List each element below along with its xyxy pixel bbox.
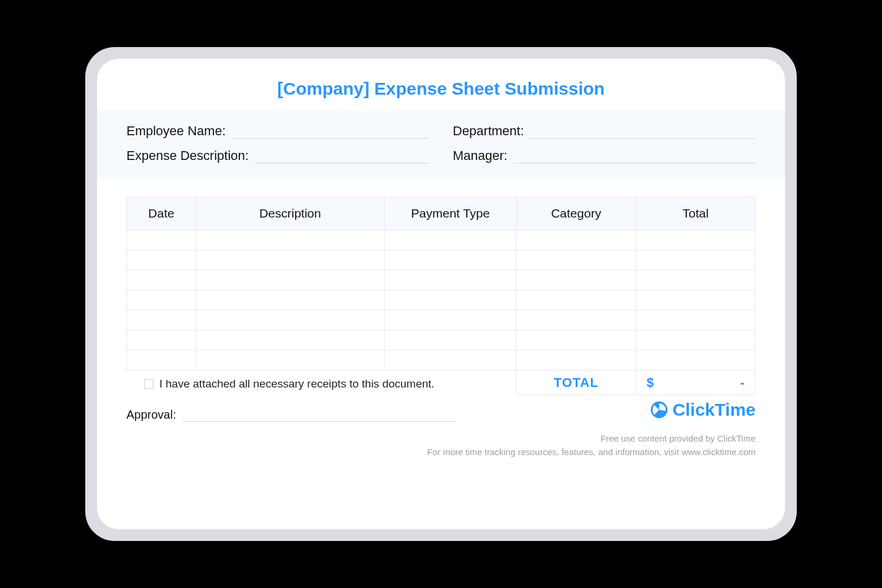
footer-line-2: For more time tracking resources, featur… — [126, 446, 756, 459]
cell[interactable] — [196, 330, 385, 350]
employee-name-field: Employee Name: — [126, 123, 429, 139]
cell[interactable] — [127, 250, 196, 270]
approval-field: Approval: — [126, 408, 456, 422]
cell[interactable] — [636, 270, 755, 290]
manager-input-line[interactable] — [513, 151, 756, 163]
manager-label: Manager: — [453, 148, 507, 163]
col-header-total: Total — [636, 197, 755, 230]
cell[interactable] — [516, 310, 636, 330]
cell[interactable] — [385, 230, 516, 250]
cell[interactable] — [196, 270, 385, 290]
cell[interactable] — [636, 290, 755, 310]
table-row — [127, 330, 756, 350]
cell[interactable] — [385, 270, 516, 290]
cell[interactable] — [196, 350, 385, 370]
cell[interactable] — [516, 350, 636, 370]
table-row — [127, 310, 756, 330]
cell[interactable] — [636, 250, 755, 270]
document-screen: [Company] Expense Sheet Submission Emplo… — [97, 59, 785, 529]
cell[interactable] — [636, 230, 755, 250]
employee-name-label: Employee Name: — [126, 123, 226, 139]
expense-description-input-line[interactable] — [255, 151, 429, 163]
receipt-checkbox[interactable] — [144, 379, 153, 389]
cell[interactable] — [196, 250, 385, 270]
cell[interactable] — [516, 290, 636, 310]
below-table: I have attached all necessary receipts t… — [97, 395, 785, 422]
col-header-date: Date — [127, 197, 196, 230]
cell[interactable] — [636, 350, 755, 370]
device-frame: [Company] Expense Sheet Submission Emplo… — [85, 47, 797, 541]
title-area: [Company] Expense Sheet Submission — [97, 59, 785, 111]
cell[interactable] — [385, 330, 516, 350]
table-row — [127, 230, 756, 250]
page-title: [Company] Expense Sheet Submission — [97, 79, 785, 99]
cell[interactable] — [127, 310, 196, 330]
clock-icon — [649, 400, 669, 420]
brand-name: ClickTime — [673, 400, 756, 420]
cell[interactable] — [516, 330, 636, 350]
approval-label: Approval: — [126, 408, 176, 422]
col-header-description: Description — [196, 197, 385, 230]
cell[interactable] — [127, 230, 196, 250]
info-band: Employee Name: Department: Expense Descr… — [97, 111, 785, 179]
cell[interactable] — [127, 350, 196, 370]
col-header-payment: Payment Type — [385, 197, 516, 230]
department-field: Department: — [453, 123, 756, 139]
expense-description-field: Expense Description: — [126, 148, 429, 163]
expense-table: Date Description Payment Type Category T… — [126, 196, 756, 395]
cell[interactable] — [636, 330, 755, 350]
department-label: Department: — [453, 123, 524, 139]
left-below: I have attached all necessary receipts t… — [126, 403, 649, 422]
table-row — [127, 290, 756, 310]
col-header-category: Category — [516, 197, 636, 230]
cell[interactable] — [196, 310, 385, 330]
receipt-text: I have attached all necessary receipts t… — [159, 377, 435, 390]
cell[interactable] — [385, 310, 516, 330]
employee-name-input-line[interactable] — [232, 126, 429, 139]
table-header-row: Date Description Payment Type Category T… — [127, 197, 756, 230]
table-row — [127, 270, 756, 290]
cell[interactable] — [516, 270, 636, 290]
total-value-cell: $ - — [636, 370, 755, 395]
manager-field: Manager: — [453, 148, 756, 163]
table-row — [127, 350, 756, 370]
cell[interactable] — [385, 250, 516, 270]
receipt-row: I have attached all necessary receipts t… — [144, 377, 649, 390]
cell[interactable] — [385, 350, 516, 370]
footer-line-1: Free use content provided by ClickTime — [126, 432, 756, 446]
cell[interactable] — [127, 330, 196, 350]
cell[interactable] — [385, 290, 516, 310]
department-input-line[interactable] — [530, 126, 756, 139]
approval-input-line[interactable] — [182, 410, 456, 422]
expense-description-label: Expense Description: — [126, 148, 249, 163]
brand-logo: ClickTime — [649, 400, 756, 420]
total-amount: - — [740, 375, 744, 390]
cell[interactable] — [127, 290, 196, 310]
cell[interactable] — [636, 310, 755, 330]
cell[interactable] — [196, 290, 385, 310]
cell[interactable] — [516, 250, 636, 270]
table-row — [127, 250, 756, 270]
cell[interactable] — [196, 230, 385, 250]
footer: Free use content provided by ClickTime F… — [97, 422, 785, 459]
expense-table-wrap: Date Description Payment Type Category T… — [97, 179, 785, 395]
cell[interactable] — [127, 270, 196, 290]
cell[interactable] — [516, 230, 636, 250]
